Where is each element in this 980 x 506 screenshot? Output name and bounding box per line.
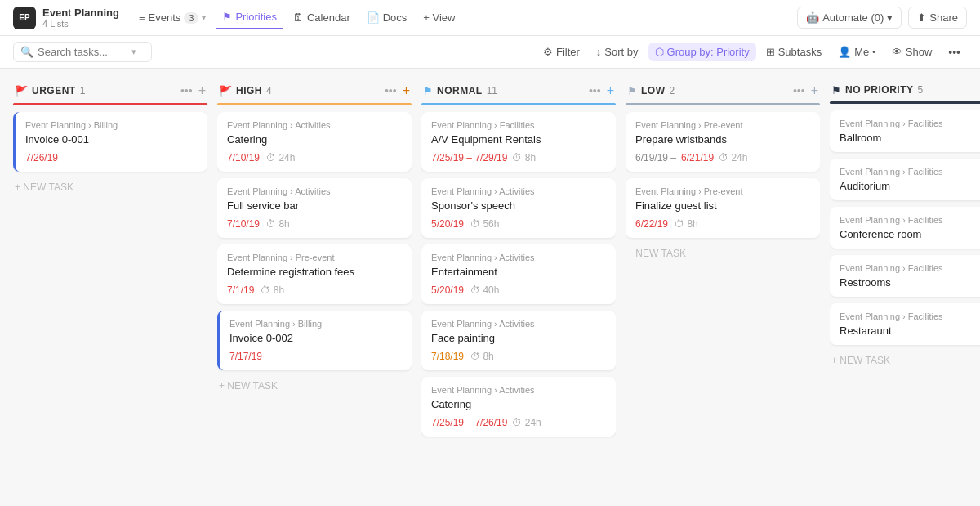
- group-button[interactable]: ⬡ Group by: Priority: [648, 43, 756, 61]
- new-task-urgent[interactable]: + NEW TASK: [13, 178, 207, 196]
- nav-item-docs[interactable]: 📄 Docs: [360, 7, 414, 29]
- filter-label: Filter: [556, 46, 580, 58]
- urgent-more-btn[interactable]: •••: [180, 84, 193, 97]
- column-high: 🚩 HIGH 4 ••• + Event Planning › Activiti…: [217, 80, 412, 495]
- me-button[interactable]: 👤 Me •: [831, 43, 882, 61]
- nav-item-view[interactable]: + View: [416, 7, 461, 29]
- card-face-painting[interactable]: Event Planning › Activities Face paintin…: [421, 311, 616, 370]
- automate-chevron: ▾: [887, 11, 893, 24]
- column-no-priority-header: ⚑ NO PRIORITY 5 •••: [830, 80, 980, 100]
- card-meta: 5/20/19⏱ 40h: [431, 284, 606, 296]
- high-cards: Event Planning › Activities Catering 7/1…: [217, 112, 412, 495]
- search-box[interactable]: 🔍 ▾: [13, 42, 152, 62]
- card-conference-room[interactable]: Event Planning › Facilities Conference r…: [830, 207, 980, 249]
- nav-right: 🤖 Automate (0) ▾ ⬆ Share: [797, 7, 967, 29]
- normal-more-btn[interactable]: •••: [589, 84, 601, 97]
- card-title: Ballroom: [840, 132, 980, 144]
- card-sponsors-speech[interactable]: Event Planning › Activities Sponsor's sp…: [421, 178, 616, 238]
- card-breadcrumb: Event Planning › Facilities: [840, 263, 980, 273]
- filter-icon: ⚙: [543, 46, 553, 58]
- card-invoice-0001[interactable]: Event Planning › Billing Invoice 0-001 7…: [13, 112, 207, 172]
- card-title: Invoice 0-001: [25, 133, 198, 146]
- show-label: Show: [906, 46, 933, 58]
- no-priority-flag-icon: ⚑: [831, 84, 841, 96]
- automate-label: Automate (0): [822, 11, 884, 24]
- high-add-btn[interactable]: +: [403, 83, 410, 98]
- card-full-service-bar[interactable]: Event Planning › Activities Full service…: [217, 178, 412, 238]
- project-title: Event Planning: [42, 7, 119, 20]
- group-label: Group by: Priority: [667, 46, 750, 58]
- new-task-high[interactable]: + NEW TASK: [217, 377, 412, 395]
- events-label: Events: [149, 11, 181, 24]
- card-restaraunt[interactable]: Event Planning › Facilities Restaraunt: [830, 303, 980, 345]
- docs-label: Docs: [383, 11, 408, 24]
- card-breadcrumb: Event Planning › Facilities: [840, 311, 980, 321]
- automate-icon: 🤖: [806, 11, 819, 24]
- nav-item-events[interactable]: ≡ Events 3 ▾: [132, 7, 212, 29]
- card-title: Catering: [227, 133, 402, 146]
- card-reg-fees[interactable]: Event Planning › Pre-event Determine reg…: [217, 244, 412, 304]
- normal-add-btn[interactable]: +: [607, 83, 614, 98]
- card-meta: 7/10/19⏱ 24h: [227, 152, 402, 163]
- card-ballroom[interactable]: Event Planning › Facilities Ballroom: [830, 110, 980, 152]
- card-meta: 7/25/19 – 7/29/19⏱ 8h: [431, 152, 606, 163]
- search-input[interactable]: [38, 46, 127, 58]
- filter-button[interactable]: ⚙ Filter: [537, 43, 586, 61]
- more-button[interactable]: •••: [942, 43, 967, 62]
- column-low: ⚑ LOW 2 ••• + Event Planning › Pre-event…: [626, 80, 820, 495]
- card-meta: 7/26/19: [25, 152, 198, 163]
- card-av-equipment[interactable]: Event Planning › Facilities A/V Equipmen…: [421, 112, 616, 172]
- card-title: Restaraunt: [840, 325, 980, 337]
- share-button[interactable]: ⬆ Share: [908, 7, 967, 29]
- sort-button[interactable]: ↕ Sort by: [590, 43, 645, 61]
- card-prepare-wristbands[interactable]: Event Planning › Pre-event Prepare wrist…: [626, 112, 820, 172]
- low-title: LOW: [641, 85, 666, 96]
- card-title: Catering: [431, 398, 606, 410]
- card-title: Full service bar: [227, 199, 402, 212]
- high-more-btn[interactable]: •••: [385, 84, 397, 97]
- card-restrooms[interactable]: Event Planning › Facilities Restrooms: [830, 255, 980, 297]
- new-task-low[interactable]: + NEW TASK: [626, 244, 820, 262]
- nav-item-calendar[interactable]: 🗓 Calendar: [287, 7, 357, 29]
- nav-item-priorities[interactable]: ⚑ Priorities: [216, 6, 283, 29]
- events-badge: 3: [184, 12, 198, 24]
- subtasks-label: Subtasks: [778, 46, 822, 58]
- no-priority-title: NO PRIORITY: [845, 84, 914, 96]
- urgent-add-btn[interactable]: +: [198, 83, 206, 98]
- show-button[interactable]: 👁 Show: [885, 43, 939, 61]
- column-no-priority: ⚑ NO PRIORITY 5 ••• Event Planning › Fac…: [830, 80, 980, 495]
- toolbar-right: ⚙ Filter ↕ Sort by ⬡ Group by: Priority …: [537, 43, 967, 62]
- column-high-header: 🚩 HIGH 4 ••• +: [217, 80, 412, 101]
- automate-button[interactable]: 🤖 Automate (0) ▾: [797, 7, 902, 29]
- search-icon: 🔍: [20, 46, 33, 58]
- card-title: Invoice 0-002: [229, 332, 402, 344]
- card-title: Sponsor's speech: [431, 199, 606, 212]
- card-breadcrumb: Event Planning › Activities: [431, 253, 606, 262]
- column-low-header: ⚑ LOW 2 ••• +: [626, 80, 820, 101]
- group-icon: ⬡: [655, 46, 664, 58]
- card-finalize-guest-list[interactable]: Event Planning › Pre-event Finalize gues…: [626, 178, 820, 238]
- urgent-flag-icon: 🚩: [15, 85, 28, 97]
- card-meta: 7/18/19⏱ 8h: [431, 351, 606, 362]
- low-more-btn[interactable]: •••: [793, 84, 805, 97]
- card-breadcrumb: Event Planning › Activities: [227, 120, 402, 130]
- subtasks-button[interactable]: ⊞ Subtasks: [760, 43, 828, 61]
- calendar-label: Calendar: [307, 11, 350, 24]
- card-meta: 5/20/19⏱ 56h: [431, 218, 606, 230]
- app-icon: EP: [13, 7, 36, 29]
- card-invoice-0002[interactable]: Event Planning › Billing Invoice 0-002 7…: [217, 311, 412, 370]
- column-urgent: 🚩 URGENT 1 ••• + Event Planning › Billin…: [13, 80, 207, 495]
- card-breadcrumb: Event Planning › Pre-event: [227, 253, 402, 262]
- urgent-count: 1: [80, 85, 86, 96]
- card-breadcrumb: Event Planning › Activities: [431, 319, 606, 329]
- new-task-no-priority[interactable]: + NEW TASK: [830, 352, 980, 369]
- card-entertainment[interactable]: Event Planning › Activities Entertainmen…: [421, 244, 616, 304]
- card-meta: 7/10/19⏱ 8h: [227, 218, 402, 230]
- high-title: HIGH: [236, 85, 262, 96]
- low-count: 2: [670, 85, 675, 96]
- card-auditorium[interactable]: Event Planning › Facilities Auditorium: [830, 159, 980, 200]
- calendar-icon: 🗓: [293, 11, 304, 24]
- card-catering-high[interactable]: Event Planning › Activities Catering 7/1…: [217, 112, 412, 172]
- low-add-btn[interactable]: +: [811, 83, 818, 98]
- card-catering-normal[interactable]: Event Planning › Activities Catering 7/2…: [421, 377, 616, 437]
